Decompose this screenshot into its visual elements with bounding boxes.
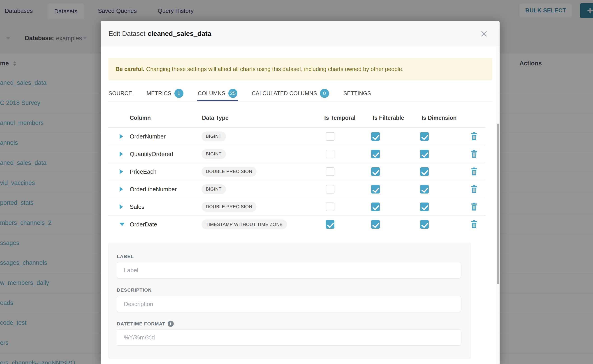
column-detail-panel: LABEL DESCRIPTION DATETIME FORMAT i bbox=[109, 243, 471, 358]
column-name: OrderLineNumber bbox=[130, 186, 177, 193]
is-temporal-checkbox[interactable] bbox=[326, 167, 334, 176]
delete-column-icon[interactable] bbox=[470, 184, 478, 194]
tab-source[interactable]: SOURCE bbox=[109, 85, 132, 102]
columns-header-is-filterable: Is Filterable bbox=[373, 115, 404, 121]
modal-title-prefix: Edit Dataset bbox=[109, 30, 145, 38]
description-field-label: DESCRIPTION bbox=[117, 287, 152, 293]
delete-column-icon[interactable] bbox=[470, 202, 478, 212]
tab-metrics-label: METRICS bbox=[146, 90, 171, 97]
datetime-format-input[interactable] bbox=[117, 329, 461, 345]
collapse-caret-icon[interactable] bbox=[120, 223, 125, 226]
info-icon[interactable]: i bbox=[168, 321, 174, 327]
datetime-format-label-text: DATETIME FORMAT bbox=[117, 321, 165, 326]
expand-caret-icon[interactable] bbox=[120, 152, 123, 156]
expand-caret-icon[interactable] bbox=[120, 134, 123, 139]
is-filterable-checkbox[interactable] bbox=[371, 185, 380, 194]
is-temporal-checkbox[interactable] bbox=[326, 185, 334, 194]
is-dimension-checkbox[interactable] bbox=[420, 202, 429, 211]
tab-metrics[interactable]: METRICS 1 bbox=[146, 85, 183, 102]
expand-caret-icon[interactable] bbox=[120, 187, 123, 192]
is-dimension-checkbox[interactable] bbox=[420, 167, 429, 176]
delete-column-icon[interactable] bbox=[470, 132, 478, 141]
label-field-label: LABEL bbox=[117, 254, 134, 259]
tab-calculated-columns[interactable]: CALCULATED COLUMNS 0 bbox=[252, 85, 329, 102]
datetime-format-field-label: DATETIME FORMAT i bbox=[117, 321, 174, 327]
is-dimension-checkbox[interactable] bbox=[420, 132, 429, 141]
data-type-pill: DOUBLE PRECISION bbox=[202, 202, 257, 212]
columns-header-is-temporal: Is Temporal bbox=[324, 115, 356, 121]
modal-scrollbar-thumb[interactable] bbox=[497, 124, 499, 284]
columns-header-column: Column bbox=[130, 115, 151, 121]
column-row: OrderDateTIMESTAMP WITHOUT TIME ZONE bbox=[109, 216, 485, 233]
is-dimension-checkbox[interactable] bbox=[420, 185, 429, 194]
column-row: OrderNumberBIGINT bbox=[109, 128, 485, 145]
is-filterable-checkbox[interactable] bbox=[371, 150, 380, 158]
is-filterable-checkbox[interactable] bbox=[371, 202, 380, 211]
column-name: QuantityOrdered bbox=[130, 150, 173, 157]
data-type-pill: TIMESTAMP WITHOUT TIME ZONE bbox=[202, 220, 287, 229]
tab-settings[interactable]: SETTINGS bbox=[343, 85, 371, 102]
data-type-pill: BIGINT bbox=[202, 131, 226, 141]
delete-column-icon[interactable] bbox=[470, 220, 478, 229]
tab-calculated-columns-label: CALCULATED COLUMNS bbox=[252, 90, 317, 97]
column-name: PriceEach bbox=[130, 168, 157, 175]
data-type-pill: DOUBLE PRECISION bbox=[202, 167, 257, 177]
modal-title-dataset-name: cleaned_sales_data bbox=[148, 30, 211, 38]
is-dimension-checkbox[interactable] bbox=[420, 150, 429, 158]
modal-title: Edit Dataset cleaned_sales_data bbox=[109, 21, 211, 46]
tab-columns-label: COLUMNS bbox=[198, 90, 225, 97]
is-filterable-checkbox[interactable] bbox=[371, 220, 380, 229]
modal-tabs: SOURCE METRICS 1 COLUMNS 25 CALCULATED C… bbox=[109, 85, 371, 102]
is-filterable-checkbox[interactable] bbox=[371, 132, 380, 141]
tab-calculated-columns-badge: 0 bbox=[320, 89, 329, 98]
is-temporal-checkbox[interactable] bbox=[326, 150, 334, 158]
expand-caret-icon[interactable] bbox=[120, 169, 123, 174]
tab-source-label: SOURCE bbox=[109, 90, 132, 97]
column-name: OrderNumber bbox=[130, 133, 166, 140]
edit-dataset-modal: Edit Dataset cleaned_sales_data Be caref… bbox=[101, 21, 500, 364]
column-row: PriceEachDOUBLE PRECISION bbox=[109, 163, 485, 180]
warning-banner: Be careful. Changing these settings will… bbox=[109, 58, 492, 80]
tabs-divider bbox=[109, 101, 492, 102]
tab-settings-label: SETTINGS bbox=[343, 90, 371, 97]
column-row: OrderLineNumberBIGINT bbox=[109, 180, 485, 198]
is-temporal-checkbox[interactable] bbox=[326, 202, 334, 211]
column-row: SalesDOUBLE PRECISION bbox=[109, 198, 485, 216]
column-row: QuantityOrderedBIGINT bbox=[109, 145, 485, 163]
is-filterable-checkbox[interactable] bbox=[371, 167, 380, 176]
label-input[interactable] bbox=[117, 262, 461, 278]
label-field-label-text: LABEL bbox=[117, 254, 134, 259]
data-type-pill: BIGINT bbox=[202, 184, 226, 194]
modal-header: Edit Dataset cleaned_sales_data bbox=[101, 21, 500, 46]
is-temporal-checkbox[interactable] bbox=[326, 220, 334, 229]
modal-scrollbar-track[interactable] bbox=[496, 46, 500, 364]
screen: Databases Datasets Saved Queries Query H… bbox=[0, 0, 593, 364]
columns-rows: OrderNumberBIGINT QuantityOrderedBIGINT … bbox=[109, 128, 485, 233]
warning-banner-text: Changing these settings will affect all … bbox=[146, 66, 404, 72]
expand-caret-icon[interactable] bbox=[120, 204, 123, 209]
delete-column-icon[interactable] bbox=[470, 149, 478, 159]
delete-column-icon[interactable] bbox=[470, 167, 478, 176]
warning-banner-bold: Be careful. bbox=[116, 66, 145, 72]
tab-columns[interactable]: COLUMNS 25 bbox=[198, 85, 237, 102]
is-temporal-checkbox[interactable] bbox=[326, 132, 334, 141]
tab-metrics-badge: 1 bbox=[174, 89, 184, 98]
columns-header-is-dimension: Is Dimension bbox=[422, 115, 457, 121]
column-name: OrderDate bbox=[130, 221, 157, 228]
columns-header-data-type: Data Type bbox=[202, 115, 229, 121]
description-field-label-text: DESCRIPTION bbox=[117, 287, 152, 293]
column-name: Sales bbox=[130, 203, 145, 210]
data-type-pill: BIGINT bbox=[202, 149, 226, 159]
tab-columns-badge: 25 bbox=[228, 89, 237, 98]
is-dimension-checkbox[interactable] bbox=[420, 220, 429, 229]
description-input[interactable] bbox=[117, 296, 461, 312]
close-icon[interactable] bbox=[480, 30, 488, 38]
